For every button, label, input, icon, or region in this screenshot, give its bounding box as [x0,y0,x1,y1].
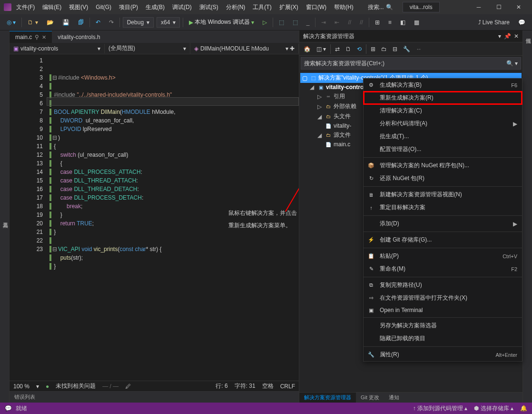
ctx----d-[interactable]: 添加(D)▶ [364,217,522,230]
ctx-----m-[interactable]: ✎重命名(M)F2 [364,263,522,275]
ctx-----------[interactable]: 另存为解决方案筛选器 [364,319,522,332]
menu-debug[interactable]: 调试(D) [169,1,195,13]
menu-test[interactable]: 测试(S) [197,1,221,13]
menu-edit[interactable]: 编辑(E) [39,1,64,13]
btab-git[interactable]: Git 更改 [356,393,384,403]
start-debug-button[interactable]: ▶ 本地 Windows 调试器 ▾ [186,16,256,28]
left-gutter-toolbox[interactable]: 工具箱 [0,30,10,403]
zoom-level[interactable]: 100 % [13,383,30,390]
btab-notify[interactable]: 通知 [384,393,404,403]
tb-icon-3[interactable]: _ [304,17,313,28]
select-repo[interactable]: ⬢ 选择存储库 ▴ [474,404,513,413]
right-gutter-properties[interactable]: 属性 [522,30,532,403]
ctx----------------x-[interactable]: ⇨在文件资源管理器中打开文件夹(X) [364,292,522,304]
pt-icon-3[interactable]: ⊞ [369,44,377,54]
tb-icon-8[interactable]: ⊞ [372,17,383,28]
bell-icon[interactable]: 🔔 [520,405,527,412]
ctx---------a-[interactable]: 分析和代码清理(A)▶ [364,117,522,130]
minimize-button[interactable]: ─ [469,0,488,14]
ctx-----t----[interactable]: 批生成(T)... [364,130,522,143]
ctx----nuget---r-[interactable]: ↻还原 NuGet 包(R) [364,172,522,185]
menu-extensions[interactable]: 扩展(X) [276,1,301,13]
pt-icon-5[interactable]: ⊟ [391,44,399,54]
pin-icon[interactable]: ⚲ [35,34,39,40]
tab-main-c[interactable]: main.c⚲✕ [10,31,52,43]
ctx---------[interactable]: ↑重定目标解决方案 [364,201,522,214]
tb-icon-1[interactable]: ⬚ [276,17,287,28]
menu-tools[interactable]: 工具(T) [250,1,274,13]
line-ending[interactable]: CRLF [280,383,295,390]
panel-close-icon[interactable]: ✕ [514,33,519,40]
pt-icon-6[interactable]: 🔧 [402,44,412,54]
insert-mode[interactable]: 空格 [262,382,274,390]
panel-pin-icon[interactable]: 📌 [504,33,511,40]
undo-button[interactable]: ↶ [93,17,103,28]
pt-icon-2[interactable]: ⟲ [355,44,363,54]
menu-git[interactable]: Git(G) [93,2,114,12]
ctx---------------n-[interactable]: 🗎新建解决方案资源管理器视图(N) [364,188,522,201]
code-area[interactable]: 1234567891011121314151617181920212223 ⊟#… [10,54,299,381]
back-button[interactable]: ◎ ▾ [4,17,19,28]
menu-project[interactable]: 项目(P) [116,1,141,13]
ctx--------c-[interactable]: 清理解决方案(C) [364,104,522,117]
ctx----git-----g----[interactable]: ⚡创建 Git 存储库(G)... [364,233,522,246]
title-search[interactable]: 搜索... 🔍 [364,2,397,12]
menu-window[interactable]: 窗口(W) [303,1,329,13]
menu-view[interactable]: 视图(V) [66,1,91,13]
ctx----------r-[interactable]: 重新生成解决方案(R) [364,91,522,104]
menu-analyze[interactable]: 分析(N) [223,1,248,13]
view-icon[interactable]: ◫ ▾ [315,44,327,54]
tb-icon-10[interactable]: ◧ [397,17,408,28]
add-source-control[interactable]: ↑ 添加到源代码管理 ▴ [413,404,468,413]
tb-icon-5[interactable]: ⇤ [332,17,342,28]
liveshare-button[interactable]: ⤴ Live Share [475,17,512,28]
ctx--------u-[interactable]: ⧉复制完整路径(U) [364,279,522,292]
tb-icon-4[interactable]: ⇥ [318,17,329,28]
pt-icon-4[interactable]: 🗀 [380,44,388,54]
menu-help[interactable]: 帮助(H) [331,1,356,13]
tb-icon-9[interactable]: ≡ [385,17,394,28]
btab-solution[interactable]: 解决方案资源管理器 [299,393,356,403]
tb-icon-6[interactable]: // [345,17,354,28]
ctx----r-[interactable]: 🔧属性(R)Alt+Enter [364,348,522,361]
error-list-tab[interactable]: 错误列表 [10,391,299,403]
ctx---------[interactable]: 隐藏已卸载的项目 [364,332,522,345]
tab-vitality-controls-h[interactable]: vitality-controls.h [52,31,106,43]
col-indicator[interactable]: 字符: 31 [235,382,256,390]
issues-label[interactable]: 未找到相关问题 [56,382,96,390]
pt-icon-7[interactable]: ↔ [414,44,423,54]
tb-icon-2[interactable]: ⬚ [290,17,301,28]
maximize-button[interactable]: ☐ [489,0,508,14]
menu-build[interactable]: 生成(B) [143,1,167,13]
tb-icon-7[interactable]: // [357,17,366,28]
ctx--------b-[interactable]: ⚙生成解决方案(B)F6 [364,79,522,91]
redo-button[interactable]: ↷ [106,17,117,28]
solution-search[interactable]: 搜索解决方案资源管理器(Ctrl+;) 🔍 ▾ [301,57,521,70]
save-all-button[interactable]: 🗐 [75,17,87,28]
platform-combo[interactable]: x64▾ [157,17,180,28]
home-icon[interactable]: 🏠 [302,44,312,54]
ctx-open-in-terminal[interactable]: ▣Open in Terminal [364,304,522,316]
open-button[interactable]: 📂 [44,17,57,28]
start-nodebug-button[interactable]: ▷ [260,17,270,28]
save-button[interactable]: 💾 [59,17,72,28]
pt-icon-1[interactable]: 🗋 [344,44,353,54]
panel-dropdown-icon[interactable]: ▾ [498,33,501,40]
new-button[interactable]: 🗋 ▾ [25,17,40,28]
ctx---------nuget-----n----[interactable]: 📦管理解决方案的 NuGet 程序包(N)... [364,159,522,172]
feedback-button[interactable]: 💬 [515,17,528,28]
bottom-tabs: 解决方案资源管理器 Git 更改 通知 [299,392,522,403]
code-content[interactable]: ⊟#include <Windows.h> #include "../../sh… [47,54,299,381]
menu-file[interactable]: 文件(F) [13,1,38,13]
nav-function[interactable]: ◈DllMain(HMODULE hModu▾ ✚ [190,44,299,53]
close-button[interactable]: ✕ [509,0,528,14]
line-indicator[interactable]: 行: 6 [216,382,227,390]
ctx-------o----[interactable]: 配置管理器(O)... [364,143,522,156]
nav-scope[interactable]: (全局范围)▾ [105,43,190,54]
nav-project[interactable]: ▣vitality-controls▾ [10,44,105,53]
config-combo[interactable]: Debug▾ [123,17,154,28]
tb-icon-11[interactable]: ▦ [411,17,422,28]
output-icon[interactable]: 💬 [5,405,12,412]
close-icon[interactable]: ✕ [42,34,46,40]
switcher-icon[interactable]: ⇄ [334,44,341,54]
